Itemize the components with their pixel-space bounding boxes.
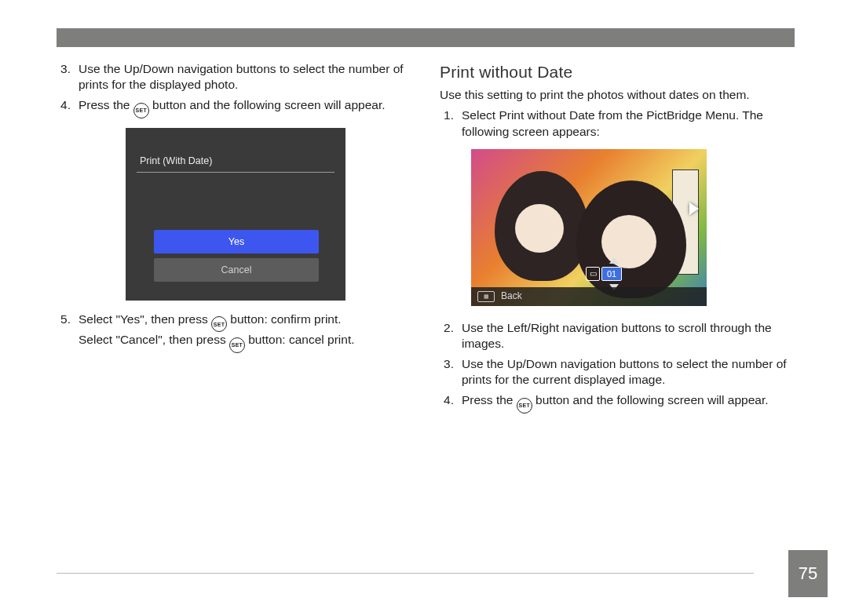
step-text: Select "Yes", then press SET button: con… <box>79 312 411 353</box>
step-text: Use the Up/Down navigation buttons to se… <box>462 356 795 388</box>
text-fragment: Press the <box>79 98 133 111</box>
text-fragment: button and the following screen will app… <box>152 98 385 111</box>
step-number: 5. <box>57 312 71 353</box>
step-1: 1. Select Print without Date from the Pi… <box>440 108 795 139</box>
section-heading: Print without Date <box>440 61 795 82</box>
dialog-title: Print (With Date) <box>140 155 212 167</box>
next-arrow-icon <box>689 202 699 215</box>
text-fragment: button: confirm print. <box>230 312 341 326</box>
step-number: 1. <box>440 108 454 139</box>
text-fragment: Select "Yes", then press <box>79 312 211 326</box>
print-count-badge: ▭ 01 <box>586 267 622 281</box>
content-columns: 3. Use the Up/Down navigation buttons to… <box>57 61 795 418</box>
chevron-up-icon <box>609 257 619 264</box>
manual-page: 3. Use the Up/Down navigation buttons to… <box>0 0 848 616</box>
print-count: 01 <box>601 267 622 281</box>
option-yes: Yes <box>154 230 319 253</box>
step-number: 4. <box>440 392 454 414</box>
text-fragment: button: cancel print. <box>248 333 354 346</box>
footer-divider <box>57 573 754 574</box>
left-column: 3. Use the Up/Down navigation buttons to… <box>57 61 411 418</box>
section-intro: Use this setting to print the photos wit… <box>440 87 795 103</box>
divider <box>137 172 334 173</box>
set-button-icon: SET <box>229 337 245 353</box>
photo-preview: ▭ 01 <box>471 149 707 306</box>
menu-icon: ▦ <box>477 291 495 302</box>
set-button-icon: SET <box>133 103 149 118</box>
decorative-doll <box>495 171 589 281</box>
step-2: 2. Use the Left/Right navigation buttons… <box>440 320 795 352</box>
step-5: 5. Select "Yes", then press SET button: … <box>57 312 411 353</box>
back-label: Back <box>501 290 522 303</box>
set-button-icon: SET <box>211 316 227 332</box>
step-4: 4. Press the SET button and the followin… <box>440 392 795 414</box>
step-4: 4. Press the SET button and the followin… <box>57 97 411 118</box>
step-number: 4. <box>57 97 71 118</box>
step-text: Press the SET button and the following s… <box>79 97 411 118</box>
step-3: 3. Use the Up/Down navigation buttons to… <box>440 356 795 388</box>
step-number: 3. <box>440 356 454 388</box>
camera-bottom-bar: ▦ Back <box>471 287 707 306</box>
camera-screen-preview: ▭ 01 ▦ Back <box>471 149 707 306</box>
right-column: Print without Date Use this setting to p… <box>440 61 795 418</box>
step-number: 2. <box>440 320 454 352</box>
step-text: Use the Up/Down navigation buttons to se… <box>79 61 411 93</box>
step-text: Use the Left/Right navigation buttons to… <box>462 320 795 352</box>
option-cancel: Cancel <box>154 258 319 282</box>
header-bar <box>57 28 795 47</box>
step-3: 3. Use the Up/Down navigation buttons to… <box>57 61 411 93</box>
set-button-icon: SET <box>517 398 532 414</box>
text-fragment: button and the following screen will app… <box>535 393 768 406</box>
text-fragment: Select "Cancel", then press <box>79 333 229 346</box>
text-fragment: Press the <box>462 393 517 406</box>
page-number: 75 <box>788 550 828 597</box>
camera-screen-print-with-date: Print (With Date) Yes Cancel <box>126 128 345 301</box>
step-number: 3. <box>57 61 71 93</box>
print-icon: ▭ <box>586 267 600 281</box>
step-text: Press the SET button and the following s… <box>462 392 795 414</box>
step-text: Select Print without Date from the PictB… <box>462 108 795 139</box>
